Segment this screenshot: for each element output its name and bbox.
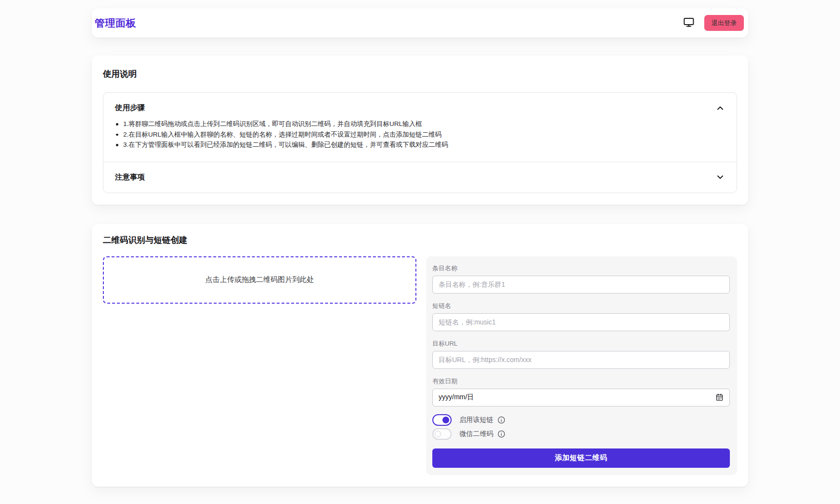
target-url-field-group: 目标URL <box>432 339 730 369</box>
qr-section-title: 二维码识别与短链创建 <box>103 234 737 246</box>
steps-title: 使用步骤 <box>115 103 145 113</box>
wechat-qr-toggle[interactable] <box>432 428 452 440</box>
instructions-section-title: 使用说明 <box>103 68 737 80</box>
info-icon[interactable] <box>498 430 505 438</box>
upload-hint: 点击上传或拖拽二维码图片到此处 <box>205 275 314 284</box>
shortlink-form: 条目名称 短链名 目标URL 有效日期 <box>426 256 737 475</box>
chevron-down-icon <box>715 172 725 182</box>
target-url-input[interactable] <box>432 351 730 369</box>
expiry-field-group: 有效日期 <box>432 377 730 406</box>
expiry-date-wrap <box>432 389 730 406</box>
target-url-label: 目标URL <box>432 339 730 348</box>
enable-shortlink-toggle[interactable] <box>432 414 452 426</box>
steps-accordion-header[interactable]: 使用步骤 <box>103 93 737 113</box>
page: 管理面板 退出登录 使用说明 使用步骤 <box>92 8 748 487</box>
qr-workspace: 点击上传或拖拽二维码图片到此处 条目名称 短链名 目标URL 有效日期 <box>103 256 737 475</box>
entry-name-field-group: 条目名称 <box>432 264 730 294</box>
info-icon[interactable] <box>498 416 505 424</box>
expiry-label: 有效日期 <box>432 377 730 386</box>
accordion-item-notes: 注意事项 <box>103 162 737 193</box>
chevron-up-icon <box>715 103 725 113</box>
enable-toggle-label: 启用该短链 <box>459 416 493 424</box>
wechat-toggle-label: 微信二维码 <box>459 430 493 438</box>
step-item: 1.将群聊二维码拖动或点击上传到二维码识别区域，即可自动识别二维码，并自动填充到… <box>115 119 725 129</box>
toggle-knob <box>435 431 441 437</box>
steps-list: 1.将群聊二维码拖动或点击上传到二维码识别区域，即可自动识别二维码，并自动填充到… <box>103 119 737 162</box>
entry-name-input[interactable] <box>432 276 730 294</box>
toggle-knob <box>442 417 449 423</box>
wechat-toggle-row: 微信二维码 <box>432 428 730 440</box>
logout-button[interactable]: 退出登录 <box>704 15 744 31</box>
instructions-accordion: 使用步骤 1.将群聊二维码拖动或点击上传到二维码识别区域，即可自动识别二维码，并… <box>103 92 737 193</box>
add-shortlink-button[interactable]: 添加短链二维码 <box>432 448 730 468</box>
entry-name-label: 条目名称 <box>432 264 730 273</box>
top-bar: 管理面板 退出登录 <box>92 8 748 38</box>
notes-title: 注意事项 <box>115 172 145 182</box>
upload-dropzone[interactable]: 点击上传或拖拽二维码图片到此处 <box>103 256 416 304</box>
accordion-item-steps: 使用步骤 1.将群聊二维码拖动或点击上传到二维码识别区域，即可自动识别二维码，并… <box>103 93 737 162</box>
expiry-date-input[interactable] <box>432 389 730 406</box>
slug-field-group: 短链名 <box>432 302 730 331</box>
monitor-button[interactable] <box>682 16 696 30</box>
slug-input[interactable] <box>432 313 730 331</box>
slug-label: 短链名 <box>432 302 730 310</box>
qr-shortlink-card: 二维码识别与短链创建 点击上传或拖拽二维码图片到此处 条目名称 短链名 目标UR… <box>92 224 748 487</box>
notes-accordion-header[interactable]: 注意事项 <box>103 162 737 193</box>
step-item: 2.在目标URL输入框中输入群聊的名称、短链的名称，选择过期时间或者不设置过期时… <box>115 129 725 140</box>
monitor-icon <box>683 16 695 29</box>
app-title: 管理面板 <box>95 16 136 30</box>
instructions-card: 使用说明 使用步骤 1.将群聊二维码拖动或点击上传到二维码识别区域，即可自动识别… <box>92 56 748 205</box>
step-item: 3.在下方管理面板中可以看到已经添加的短链二维码，可以编辑、删除已创建的短链，并… <box>115 140 725 150</box>
enable-toggle-row: 启用该短链 <box>432 414 730 426</box>
